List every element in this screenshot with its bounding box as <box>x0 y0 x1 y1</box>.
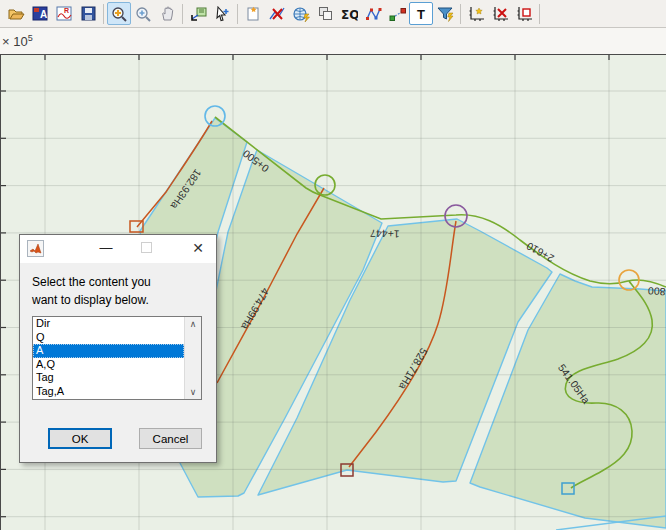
list-item[interactable]: Tag <box>33 371 184 385</box>
font-annotation-button[interactable]: A <box>28 2 52 25</box>
curve-report-button[interactable]: R <box>52 2 76 25</box>
text-label-button[interactable]: T <box>409 2 433 25</box>
axis-new-button[interactable] <box>464 2 488 25</box>
svg-text:R: R <box>64 7 69 14</box>
list-item[interactable]: Q <box>33 331 184 345</box>
open-file-button[interactable] <box>4 2 28 25</box>
dialog-instructions: Select the content you want to display b… <box>32 273 151 309</box>
content-listbox: Dir Q A A,Q Tag Tag,A ∧ ∨ <box>32 316 202 400</box>
filter-apply-button[interactable] <box>433 2 457 25</box>
select-content-dialog: — ✕ Select the content you want to displ… <box>19 234 217 463</box>
station-label: 1+447 <box>370 227 400 240</box>
svg-text:A: A <box>40 9 47 20</box>
pan-hand-button[interactable] <box>155 2 179 25</box>
application-window: A R <box>0 0 666 530</box>
scroll-down-icon[interactable]: ∨ <box>190 385 197 399</box>
save-button[interactable] <box>76 2 100 25</box>
list-item[interactable]: A,Q <box>33 358 184 372</box>
listbox-scrollbar[interactable]: ∧ ∨ <box>184 317 201 399</box>
close-button[interactable]: ✕ <box>184 236 212 261</box>
svg-text:T: T <box>417 7 425 21</box>
delete-polyline-button[interactable] <box>265 2 289 25</box>
polyline-endpoints-button[interactable] <box>385 2 409 25</box>
axis-delete-button[interactable] <box>488 2 512 25</box>
sigma-q-button[interactable]: ΣQ <box>337 2 361 25</box>
grid-compute-button[interactable] <box>289 2 313 25</box>
station-label: 0+800 <box>647 285 666 299</box>
svg-text:ΣQ: ΣQ <box>341 8 358 21</box>
toolbar-separator <box>237 4 238 24</box>
zoom-button[interactable] <box>131 2 155 25</box>
toolbar-separator <box>539 4 540 24</box>
maximize-button[interactable] <box>141 242 152 253</box>
toolbar-separator <box>460 4 461 24</box>
add-note-button[interactable] <box>186 2 210 25</box>
toolbar: A R <box>0 0 666 28</box>
toolbar-separator <box>103 4 104 24</box>
polyline-nodes-button[interactable] <box>361 2 385 25</box>
axis-frame-button[interactable] <box>512 2 536 25</box>
ok-button[interactable]: OK <box>48 428 112 449</box>
toolbar-separator <box>182 4 183 24</box>
cancel-button[interactable]: Cancel <box>139 428 202 449</box>
scroll-up-icon[interactable]: ∧ <box>190 317 197 331</box>
list-item[interactable]: Dir <box>33 317 184 331</box>
zoom-in-button[interactable] <box>107 2 131 25</box>
dialog-titlebar[interactable]: — ✕ <box>20 235 216 263</box>
select-plus-button[interactable] <box>210 2 234 25</box>
minimize-button[interactable]: — <box>94 236 118 260</box>
matlab-logo-icon <box>27 240 44 257</box>
new-page-button[interactable] <box>241 2 265 25</box>
list-item-selected[interactable]: A <box>33 344 184 358</box>
overlap-squares-button[interactable] <box>313 2 337 25</box>
list-item[interactable]: Tag,A <box>33 385 184 399</box>
axis-exponent-label: × 105 <box>2 33 33 49</box>
